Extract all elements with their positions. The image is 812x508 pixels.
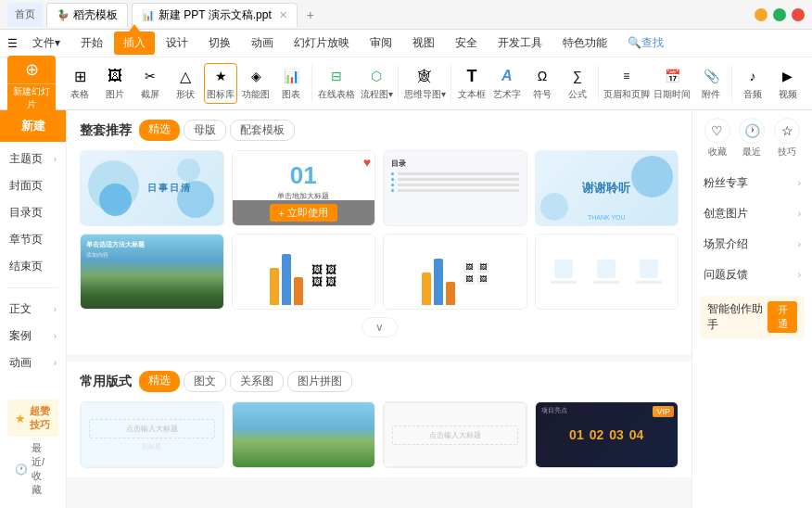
tab-features[interactable]: 特色功能 [553,32,616,55]
close-button[interactable] [792,8,805,21]
sidebar-new-label[interactable]: 新建 [0,110,66,142]
sidebar-item-cover[interactable]: 封面页 [0,172,66,199]
sidebar-item-end[interactable]: 结束页 [0,253,66,280]
tab-devtools[interactable]: 开发工具 [488,32,552,55]
right-fans-item[interactable]: 粉丝专享 › [700,170,805,197]
template-card-7[interactable]: 🖼 🖼 🖼 🖼 [383,234,527,310]
close-tab-icon[interactable]: ✕ [279,9,287,21]
tab-insert[interactable]: 插入 [114,32,155,55]
chart2-icons: 🖼 🖼 🖼 🖼 [463,263,488,285]
tab-design[interactable]: 设计 [157,32,197,55]
funchart-icon: ◈ [246,66,266,86]
tab-ppt[interactable]: 📊 新建 PPT 演示文稿.ppt ✕ [132,3,298,27]
formula-button[interactable]: ∑ 公式 [561,64,594,103]
attachment-button[interactable]: 📎 附件 [694,64,728,103]
template-card-6[interactable]: 🖼 🖼 🖼 🖼 [232,234,376,310]
image-button[interactable]: 🖼 图片 [98,64,132,103]
textbox-button[interactable]: T 文本框 [455,64,488,103]
template-card-1-img: 日事日清 [81,151,223,225]
styles-section: 常用版式 精选 图文 关系图 图片拼图 点击输入大标题 副标题 [67,362,691,477]
header-footer-label: 页眉和页脚 [603,88,650,101]
right-action-tips[interactable]: ☆ 技巧 [774,118,800,159]
card8-icon3 [640,260,658,278]
card8-icon2 [597,260,615,278]
screenshot-button[interactable]: ✂ 截屏 [133,64,167,103]
arttext-button[interactable]: A 艺术字 [490,64,524,103]
circle-2 [99,184,132,216]
tab-template[interactable]: 🦆 稻壳模板 [46,3,128,27]
tab-security[interactable]: 安全 [446,32,487,55]
new-slide-button[interactable]: ⊕ 新建幻灯片 [7,56,56,112]
template-card-8[interactable] [535,234,679,310]
sidebar-item-animation[interactable]: 动画 › [0,349,66,376]
filter-jingxuan[interactable]: 精选 [139,120,180,141]
styles-filter-jingxuan[interactable]: 精选 [139,371,180,392]
template-card-3[interactable]: 目录 [383,150,527,226]
template-card-1[interactable]: 日事日清 [80,150,224,226]
iconlib-button[interactable]: ★ 图标库 [204,63,237,104]
flowchart-button[interactable]: ⬡ 流程图▾ [359,64,395,103]
expand-button[interactable]: ∨ [362,317,398,337]
ai-open-button[interactable]: 开通 [768,301,797,333]
datetime-label: 日期时间 [653,88,691,101]
funchart-button[interactable]: ◈ 功能图 [239,64,273,103]
sidebar-item-case[interactable]: 案例 › [0,323,66,349]
tab-slideshow[interactable]: 幻灯片放映 [285,32,359,55]
template-card-4[interactable]: 谢谢聆听 THANK YOU [535,150,679,226]
right-action-favorite[interactable]: ♡ 收藏 [704,118,730,159]
menu-icon[interactable]: ☰ [7,37,18,50]
use-button-2[interactable]: + 立即使用 [270,204,337,222]
list-dot-2 [391,178,394,181]
styles-filter-pintou[interactable]: 图片拼图 [287,371,352,392]
tab-view[interactable]: 视图 [403,32,444,55]
styles-filter-tuwen[interactable]: 图文 [184,371,226,392]
audio-button[interactable]: ♪ 音频 [736,64,769,103]
new-tab-button[interactable]: + [301,6,320,24]
arttext-icon: A [497,66,517,86]
minimize-button[interactable] [755,8,768,21]
sidebar-item-chapter[interactable]: 章节页 [0,226,66,253]
sidebar-item-themes[interactable]: 主题页 › [0,146,66,172]
shape-button[interactable]: △ 形状 [169,64,202,103]
mindmap-button[interactable]: 🕸 思维导图▾ [402,64,447,103]
template-card-5[interactable]: 单击选适方法大标题 添加内容 [80,234,224,310]
tab-file[interactable]: 文件▾ [23,32,70,55]
header-footer-button[interactable]: ≡ 页眉和页脚 [603,64,651,103]
styles-filter-guanxi[interactable]: 关系图 [230,371,284,392]
ai-assistant-button[interactable]: 智能创作助手 开通 [700,296,805,338]
right-creative-item[interactable]: 创意图片 › [700,200,805,227]
tab-search[interactable]: 🔍查找 [618,32,673,55]
tab-switch[interactable]: 切换 [199,32,240,55]
sidebar-tips-button[interactable]: ★ 超赞技巧 [7,400,58,437]
chart-label: 图表 [282,88,300,101]
card2-heart-icon[interactable]: ♥ [363,155,371,170]
sidebar-body-label: 正文 [9,301,54,317]
style-card-4[interactable]: 01 02 03 04 VIP 项目亮点 [535,401,679,468]
tab-animation[interactable]: 动画 [242,32,283,55]
right-action-recent[interactable]: 🕐 最近 [739,118,765,159]
style-card-3[interactable]: 点击输入大标题 [383,401,527,468]
filter-peitao[interactable]: 配套模板 [230,120,295,141]
right-scene-item[interactable]: 场景介绍 › [700,231,805,258]
screenshot-icon: ✂ [140,66,160,86]
online-table-button[interactable]: ⊟ 在线表格 [316,64,356,103]
template-card-2[interactable]: ♥ 01 单击地加大标题 副标题内容 + 立即使用 [232,150,376,226]
right-feedback-item[interactable]: 问题反馈 › [700,261,805,288]
tab-start[interactable]: 开始 [71,32,112,55]
table-button[interactable]: ⊞ 表格 [63,64,96,103]
tab-review[interactable]: 审阅 [361,32,401,55]
filter-muban[interactable]: 母版 [184,120,226,141]
tab-home[interactable]: 首页 [7,3,43,27]
datetime-button[interactable]: 📅 日期时间 [653,64,692,103]
style-card-2[interactable] [232,401,376,468]
chart-button[interactable]: 📊 图表 [274,64,308,103]
sidebar-item-body[interactable]: 正文 › [0,296,66,323]
video-button[interactable]: ▶ 视频 [771,64,805,103]
maximize-button[interactable] [773,8,786,21]
style-card-1[interactable]: 点击输入大标题 副标题 [80,401,224,468]
chart-img-2: 🖼 [325,263,336,273]
sidebar-recent-button[interactable]: 🕐 最近/收藏 [7,437,58,502]
insert-tooltip-arrow [129,24,140,32]
sidebar-item-toc[interactable]: 目录页 [0,199,66,226]
symbol-button[interactable]: Ω 符号 [526,64,559,103]
